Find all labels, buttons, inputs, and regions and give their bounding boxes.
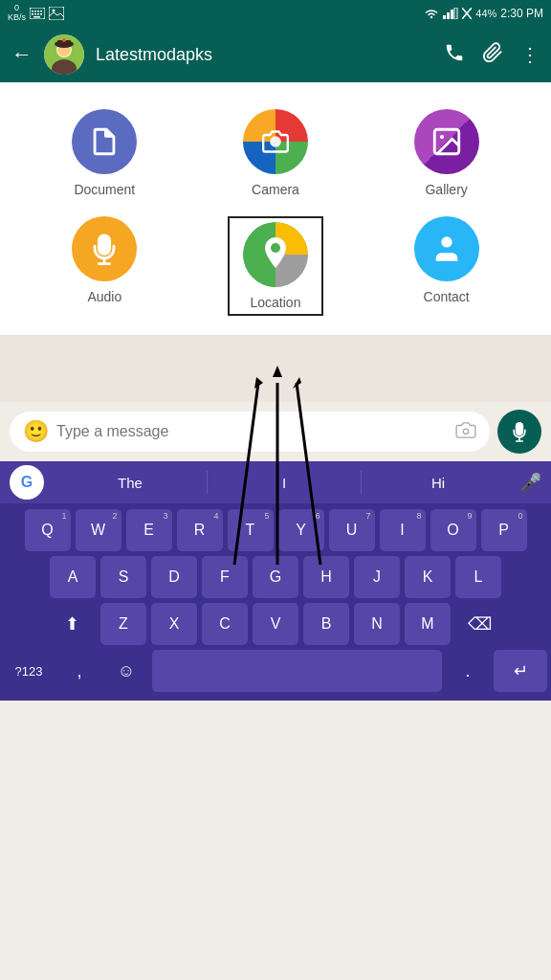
camera-input-icon[interactable]: [455, 421, 476, 443]
key-rows: 1Q 2W 3E 4R 5T 6Y 7U 8I 9O 0P A S D F G …: [0, 503, 551, 701]
suggestion-hi[interactable]: Hi: [362, 475, 515, 491]
status-right: 44% 2:30 PM: [424, 7, 543, 20]
attach-camera[interactable]: Camera: [228, 109, 323, 197]
key-p[interactable]: 0P: [481, 509, 527, 551]
chat-area: [0, 335, 551, 402]
key-x[interactable]: X: [151, 603, 197, 645]
key-i[interactable]: 8I: [380, 509, 426, 551]
time-text: 2:30 PM: [500, 7, 543, 20]
svg-rect-10: [49, 7, 64, 20]
numbers-key[interactable]: ?123: [4, 650, 54, 692]
attachment-header-icon[interactable]: [482, 42, 503, 68]
key-o[interactable]: 9O: [430, 509, 476, 551]
attachment-row-1: Document Camera Gallery: [19, 109, 532, 197]
svg-rect-9: [33, 16, 40, 18]
svg-point-32: [441, 236, 452, 247]
header-icons: ⋮: [444, 42, 540, 68]
key-z[interactable]: Z: [100, 603, 146, 645]
avatar[interactable]: [44, 34, 84, 75]
key-r[interactable]: 4R: [177, 509, 223, 551]
key-c[interactable]: C: [202, 603, 248, 645]
svg-point-31: [271, 243, 280, 253]
emoji-key[interactable]: ☺: [105, 650, 147, 692]
key-f[interactable]: F: [202, 556, 248, 598]
suggestion-i[interactable]: I: [208, 475, 361, 491]
svg-point-33: [463, 429, 468, 434]
image-icon: [49, 7, 64, 20]
key-b[interactable]: B: [303, 603, 349, 645]
mic-button[interactable]: [497, 410, 541, 454]
key-y[interactable]: 6Y: [278, 509, 324, 551]
kb-indicator: 0KB/s: [8, 4, 26, 23]
key-q[interactable]: 1Q: [25, 509, 71, 551]
svg-rect-7: [37, 13, 39, 15]
audio-label: Audio: [87, 289, 121, 304]
svg-rect-1: [32, 11, 33, 12]
svg-rect-5: [32, 13, 33, 15]
svg-point-27: [440, 135, 444, 139]
key-l[interactable]: L: [455, 556, 501, 598]
call-icon[interactable]: [444, 42, 465, 68]
key-g[interactable]: G: [253, 556, 298, 598]
message-input[interactable]: [56, 423, 448, 440]
keyboard-suggestions: G The I Hi 🎤: [0, 461, 551, 503]
chat-header: ← Latestmodapks ⋮: [0, 27, 551, 82]
attachment-row-2: Audio Location: [19, 216, 532, 316]
key-t[interactable]: 5T: [228, 509, 274, 551]
sim-x-icon: [462, 8, 472, 19]
back-button[interactable]: ←: [11, 42, 33, 67]
key-row-1: 1Q 2W 3E 4R 5T 6Y 7U 8I 9O 0P: [4, 509, 547, 551]
key-m[interactable]: M: [405, 603, 451, 645]
key-s[interactable]: S: [100, 556, 146, 598]
key-d[interactable]: D: [151, 556, 197, 598]
key-j[interactable]: J: [354, 556, 400, 598]
shift-key[interactable]: ⬆: [48, 603, 96, 645]
key-h[interactable]: H: [303, 556, 349, 598]
svg-rect-12: [443, 15, 446, 19]
contact-label: Contact: [424, 289, 470, 304]
document-label: Document: [74, 182, 135, 197]
attach-gallery[interactable]: Gallery: [399, 109, 495, 197]
enter-key[interactable]: ↵: [494, 650, 547, 692]
status-bar: 0KB/s 44% 2:30 PM: [0, 0, 551, 27]
period-key[interactable]: .: [447, 650, 489, 692]
keyboard: G The I Hi 🎤 1Q 2W 3E 4R 5T 6Y 7U 8I 9O …: [0, 461, 551, 701]
more-options-icon[interactable]: ⋮: [520, 43, 540, 66]
key-row-3: ⬆ Z X C V B N M ⌫: [4, 603, 547, 645]
battery-text: 44%: [475, 8, 496, 19]
svg-rect-3: [37, 11, 39, 12]
svg-rect-2: [34, 11, 36, 12]
attachment-panel: Document Camera Gallery Audio: [0, 82, 551, 335]
attach-location[interactable]: Location: [228, 216, 323, 316]
svg-rect-4: [40, 11, 42, 12]
key-v[interactable]: V: [253, 603, 298, 645]
keyboard-icon: [30, 8, 45, 19]
backspace-key[interactable]: ⌫: [455, 603, 503, 645]
attach-document[interactable]: Document: [56, 109, 152, 197]
suggestion-the[interactable]: The: [54, 475, 207, 491]
svg-rect-14: [451, 10, 453, 19]
svg-rect-13: [447, 12, 450, 19]
space-key[interactable]: [152, 650, 442, 692]
key-u[interactable]: 7U: [329, 509, 375, 551]
attach-contact[interactable]: Contact: [399, 216, 495, 316]
key-a[interactable]: A: [50, 556, 96, 598]
key-k[interactable]: K: [405, 556, 451, 598]
svg-rect-15: [454, 8, 457, 19]
signal-icon: [443, 8, 458, 19]
svg-rect-6: [34, 13, 36, 15]
wifi-icon: [424, 8, 439, 19]
emoji-icon[interactable]: 🙂: [23, 419, 49, 444]
key-e[interactable]: 3E: [126, 509, 172, 551]
keyboard-mic-icon[interactable]: 🎤: [520, 472, 541, 493]
key-w[interactable]: 2W: [76, 509, 121, 551]
svg-rect-8: [40, 13, 42, 15]
attach-audio[interactable]: Audio: [56, 216, 152, 316]
svg-point-11: [53, 10, 55, 12]
key-row-4: ?123 , ☺ . ↵: [4, 650, 547, 692]
message-input-wrap: 🙂: [10, 412, 490, 452]
svg-point-24: [62, 38, 66, 42]
status-left: 0KB/s: [8, 4, 64, 23]
key-n[interactable]: N: [354, 603, 400, 645]
comma-key[interactable]: ,: [58, 650, 100, 692]
